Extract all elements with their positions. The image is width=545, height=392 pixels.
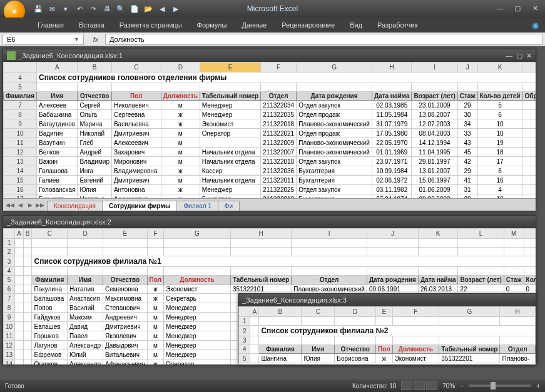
col-header[interactable]: F: [261, 63, 297, 73]
minimize-button[interactable]: —: [494, 4, 506, 13]
cell[interactable]: Миронович: [111, 157, 161, 166]
cell[interactable]: Лагунов: [32, 341, 68, 350]
cell[interactable]: Горшков: [32, 331, 68, 341]
cell[interactable]: 31: [457, 185, 477, 194]
cell[interactable]: 5: [477, 101, 522, 110]
cell[interactable]: 211322018: [261, 119, 297, 129]
cell[interactable]: Отдел закупок: [297, 185, 372, 194]
cell[interactable]: м: [161, 157, 200, 166]
cell[interactable]: Балашова: [32, 294, 68, 303]
col-header[interactable]: A: [36, 63, 77, 73]
cell[interactable]: Галашова: [36, 166, 77, 176]
col-header[interactable]: K: [418, 229, 458, 239]
col-header[interactable]: J: [367, 229, 418, 239]
col-header[interactable]: G: [164, 229, 231, 239]
cell[interactable]: 11.04.1995: [412, 148, 457, 157]
cell[interactable]: 23.01.2009: [412, 101, 457, 110]
cell[interactable]: Отдел продаж: [297, 110, 372, 119]
sheet-nav-prev[interactable]: ◀: [16, 202, 24, 211]
cell[interactable]: 2: [522, 148, 536, 157]
ribbon-tab-developer[interactable]: Разработчик: [371, 19, 424, 31]
cell[interactable]: 42: [457, 157, 477, 166]
ribbon-tab-review[interactable]: Рецензирование: [275, 19, 341, 31]
cell[interactable]: Экономист: [164, 284, 231, 294]
cell[interactable]: Экономист: [200, 119, 260, 129]
cell[interactable]: м: [147, 322, 163, 331]
cell[interactable]: 26.03.2013: [418, 284, 458, 294]
cell[interactable]: Павел: [68, 331, 103, 341]
cell[interactable]: Начальник отдела: [200, 148, 260, 157]
cell[interactable]: Владимировна: [111, 166, 161, 176]
col-header[interactable]: L: [458, 229, 504, 239]
cell[interactable]: 211322025: [261, 185, 297, 194]
cell[interactable]: Вагаутдинов: [36, 119, 77, 129]
cell[interactable]: Менеджер: [164, 350, 231, 359]
cell[interactable]: ж: [161, 110, 200, 119]
cell[interactable]: 01.01.1969: [372, 148, 412, 157]
table-row[interactable]: 10ВадигинНиколайДмитриевичмОператор21132…: [4, 129, 536, 138]
cell[interactable]: Оператор: [200, 129, 260, 138]
table-row[interactable]: 15ГалиевЕвгенийДмитриевичмНачальник отде…: [4, 176, 536, 185]
cell[interactable]: Огарков: [32, 359, 68, 365]
cell[interactable]: 211322034: [261, 101, 297, 110]
cell[interactable]: 4: [522, 157, 536, 166]
cell[interactable]: Секретарь: [164, 294, 231, 303]
cell[interactable]: Антоновна: [111, 185, 161, 194]
table-row[interactable]: 12ВелковАндрейЗахаровичмНачальник отдела…: [4, 148, 536, 157]
table-row[interactable]: 5ШангинаЮлияБорисовнажЭкономист351322201…: [239, 354, 536, 363]
fwd-icon[interactable]: ▶: [170, 3, 181, 14]
ribbon-tab-insert[interactable]: Вставка: [73, 19, 111, 31]
cell[interactable]: Менеджер: [200, 110, 260, 119]
cell[interactable]: Глеб: [78, 138, 112, 148]
cell[interactable]: 351322201: [439, 354, 500, 363]
cell[interactable]: 11.05.1984: [372, 110, 412, 119]
cell[interactable]: Афанасьевич: [103, 359, 148, 365]
cell[interactable]: 34: [457, 119, 477, 129]
cell[interactable]: 02.03.1985: [372, 101, 412, 110]
cell[interactable]: м: [147, 303, 163, 313]
view-pagelayout[interactable]: [414, 381, 425, 390]
ribbon-tab-data[interactable]: Данные: [235, 19, 273, 31]
cell[interactable]: 10.09.1984: [372, 166, 412, 176]
cell[interactable]: Попов: [32, 303, 68, 313]
cell[interactable]: 02.06.1972: [372, 176, 412, 185]
zoom-in[interactable]: +: [536, 383, 540, 389]
cell[interactable]: Дмитриевич: [103, 322, 148, 331]
formula-input[interactable]: Должность: [105, 34, 542, 45]
cell[interactable]: 41: [457, 176, 477, 185]
cell[interactable]: Планово-: [500, 354, 536, 363]
cell[interactable]: Экономист: [392, 354, 439, 363]
table-row[interactable]: 9ВагаутдиновМаринаВасильевнажЭкономист21…: [4, 119, 536, 129]
cell[interactable]: Начальник отдела: [200, 176, 260, 185]
cell[interactable]: 08.04.2003: [412, 129, 457, 138]
cell[interactable]: 211322035: [261, 110, 297, 119]
cell[interactable]: Менеджер: [200, 185, 260, 194]
cell[interactable]: Вадигин: [36, 129, 77, 138]
cell[interactable]: Александр: [68, 359, 103, 365]
cell[interactable]: Бухгалтерия: [297, 166, 372, 176]
cell[interactable]: 0: [504, 284, 524, 294]
new-icon[interactable]: 📄: [129, 3, 140, 14]
ribbon-tab-view[interactable]: Вид: [344, 19, 369, 31]
cell[interactable]: Васильевна: [111, 119, 161, 129]
col-header[interactable]: D: [68, 229, 103, 239]
cell[interactable]: Юлий: [68, 350, 103, 359]
cell[interactable]: 211322010: [261, 157, 297, 166]
cell[interactable]: Сергеевна: [111, 110, 161, 119]
cell[interactable]: Наталия: [68, 284, 103, 294]
maximize-button[interactable]: ▢: [511, 4, 524, 13]
col-header[interactable]: B: [78, 63, 112, 73]
qat-ext-icon[interactable]: ✉: [46, 3, 58, 14]
cell[interactable]: Менеджер: [164, 313, 231, 322]
col-header[interactable]: J: [457, 63, 477, 73]
cell[interactable]: 22: [458, 284, 504, 294]
col-header[interactable]: I: [292, 229, 367, 239]
col-header[interactable]: G: [297, 63, 372, 73]
cell[interactable]: ж: [161, 185, 200, 194]
cell[interactable]: 211322009: [261, 138, 297, 148]
grid-1[interactable]: ABCDEFGHIJKLMN4Список сотрудников головн…: [3, 62, 536, 198]
cell[interactable]: 43: [457, 138, 477, 148]
cell[interactable]: Инга: [78, 166, 112, 176]
back-icon[interactable]: ◀: [156, 3, 168, 14]
cell[interactable]: Гайдуков: [32, 313, 68, 322]
